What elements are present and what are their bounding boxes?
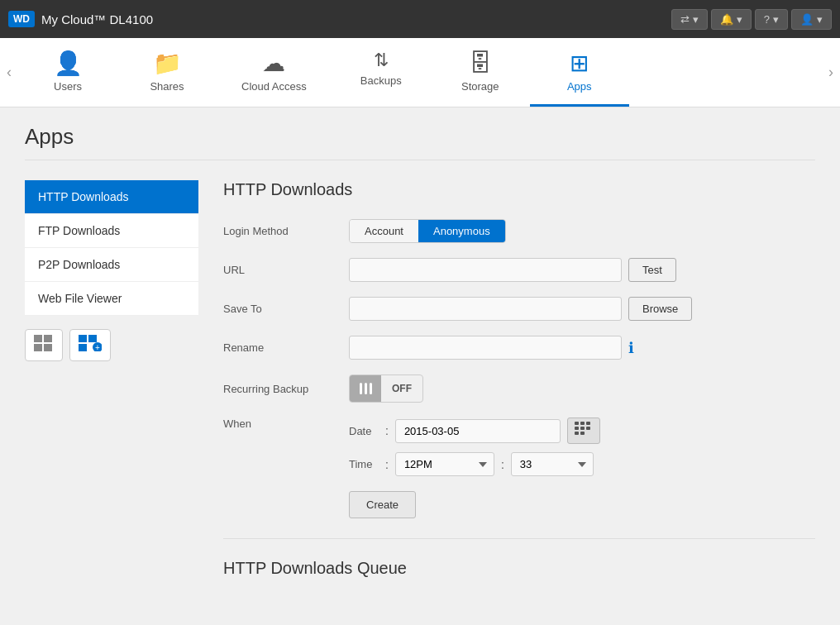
toggle-bar-3 [370, 383, 372, 394]
when-row: When Date : [223, 417, 815, 476]
app-icon-add-btn[interactable]: + [69, 329, 111, 361]
svg-rect-2 [34, 344, 42, 351]
navbar: ‹ 👤 Users 📁 Shares ☁ Cloud Access ⇅ Back… [0, 38, 840, 107]
toggle-bars-icon [350, 375, 381, 402]
help-icon: ? [764, 13, 770, 26]
page: Apps HTTP Downloads FTP Downloads P2P Do… [0, 107, 840, 594]
svg-rect-16 [580, 432, 585, 435]
time-select[interactable]: 12AM1AM2AM3AM 4AM5AM6AM7AM 8AM9AM10AM11A… [395, 452, 494, 476]
rename-input[interactable] [349, 336, 622, 360]
time-label: Time [349, 458, 379, 470]
nav-label-backups: Backups [360, 74, 402, 87]
nav-label-cloud-access: Cloud Access [241, 80, 307, 93]
topbar: WD My Cloud™ DL4100 ⇄ ▾ 🔔 ▾ ? ▾ 👤 ▾ [0, 0, 840, 38]
nav-next-arrow[interactable]: › [822, 64, 840, 81]
content-layout: HTTP Downloads FTP Downloads P2P Downloa… [25, 180, 815, 578]
svg-rect-13 [580, 427, 585, 430]
url-row: URL Test [223, 258, 815, 282]
usb-button[interactable]: ⇄ ▾ [671, 9, 708, 30]
svg-rect-5 [88, 335, 97, 342]
user-button[interactable]: 👤 ▾ [791, 9, 832, 30]
date-row: Date : [349, 417, 600, 444]
sidebar-item-http-downloads[interactable]: HTTP Downloads [25, 180, 198, 214]
main-content: HTTP Downloads Login Method Account Anon… [223, 180, 815, 578]
anonymous-toggle-btn[interactable]: Anonymous [418, 220, 505, 242]
rename-label: Rename [223, 341, 339, 354]
recurring-backup-row: Recurring Backup OFF [223, 375, 815, 403]
url-controls: Test [349, 258, 815, 282]
page-title: Apps [25, 124, 815, 160]
app-icon-grid-btn[interactable] [25, 329, 63, 361]
when-controls: Date : [349, 417, 600, 476]
topbar-right: ⇄ ▾ 🔔 ▾ ? ▾ 👤 ▾ [671, 9, 832, 30]
sidebar-app-icons: + [25, 329, 198, 361]
svg-rect-4 [79, 335, 87, 342]
sidebar-item-ftp-downloads[interactable]: FTP Downloads [25, 214, 198, 248]
sidebar-item-web-file-viewer[interactable]: Web File Viewer [25, 282, 198, 316]
svg-rect-11 [586, 422, 590, 425]
nav-item-users[interactable]: 👤 Users [18, 38, 117, 107]
nav-item-shares[interactable]: 📁 Shares [117, 38, 217, 107]
section-title: HTTP Downloads [223, 180, 815, 199]
wd-logo: WD [8, 11, 35, 27]
save-to-label: Save To [223, 303, 339, 315]
svg-text:+: + [95, 343, 100, 351]
create-button[interactable]: Create [349, 491, 416, 518]
help-button[interactable]: ? ▾ [755, 9, 788, 30]
grid-add-icon: + [79, 335, 102, 351]
rename-controls: ℹ [349, 336, 815, 360]
recurring-backup-label: Recurring Backup [223, 383, 339, 395]
sidebar-item-p2p-downloads[interactable]: P2P Downloads [25, 248, 198, 282]
url-input[interactable] [349, 258, 622, 282]
nav-label-users: Users [54, 80, 82, 93]
storage-nav-icon: 🗄 [469, 50, 492, 77]
svg-rect-14 [586, 427, 590, 430]
topbar-title: My Cloud™ DL4100 [41, 12, 153, 26]
save-to-input[interactable] [349, 297, 622, 321]
svg-rect-10 [580, 422, 585, 425]
toggle-off-label: OFF [381, 378, 422, 399]
apps-nav-icon: ⊞ [570, 50, 589, 77]
nav-item-cloud-access[interactable]: ☁ Cloud Access [217, 38, 332, 107]
bell-icon: 🔔 [720, 13, 733, 26]
time-colon: : [385, 458, 389, 471]
users-nav-icon: 👤 [54, 50, 83, 77]
browse-button[interactable]: Browse [628, 297, 692, 321]
notification-dropdown-icon: ▾ [737, 13, 742, 26]
nav-item-apps[interactable]: ⊞ Apps [530, 38, 629, 107]
usb-icon: ⇄ [680, 13, 690, 26]
nav-items: 👤 Users 📁 Shares ☁ Cloud Access ⇅ Backup… [18, 38, 822, 107]
topbar-left: WD My Cloud™ DL4100 [8, 11, 153, 27]
calendar-button[interactable] [567, 417, 600, 444]
cloud-access-nav-icon: ☁ [262, 50, 285, 77]
svg-rect-9 [575, 422, 579, 425]
svg-rect-3 [44, 344, 52, 351]
svg-rect-0 [34, 335, 42, 342]
nav-prev-arrow[interactable]: ‹ [0, 64, 18, 81]
svg-rect-15 [575, 432, 579, 435]
login-method-label: Login Method [223, 225, 339, 237]
test-button[interactable]: Test [628, 258, 676, 282]
notification-button[interactable]: 🔔 ▾ [711, 9, 752, 30]
queue-title: HTTP Downloads Queue [223, 559, 815, 578]
recurring-toggle[interactable]: OFF [349, 375, 423, 403]
toggle-bar-1 [360, 383, 362, 394]
login-method-controls: Account Anonymous [349, 219, 815, 243]
info-icon[interactable]: ℹ [628, 339, 634, 357]
time-minutes-colon: : [501, 458, 504, 471]
svg-rect-1 [44, 335, 52, 342]
nav-item-backups[interactable]: ⇅ Backups [332, 38, 431, 107]
rename-row: Rename ℹ [223, 336, 815, 360]
date-input[interactable] [395, 419, 561, 443]
calendar-icon [575, 422, 593, 437]
save-to-controls: Browse [349, 297, 815, 321]
toggle-bar-2 [365, 383, 367, 394]
when-label: When [223, 417, 339, 430]
login-method-row: Login Method Account Anonymous [223, 219, 815, 243]
recurring-backup-controls: OFF [349, 375, 815, 403]
url-label: URL [223, 264, 339, 276]
nav-item-storage[interactable]: 🗄 Storage [431, 38, 530, 107]
usb-dropdown-icon: ▾ [693, 13, 699, 26]
minutes-select[interactable]: 0015303345 [511, 452, 594, 476]
account-toggle-btn[interactable]: Account [350, 220, 418, 242]
